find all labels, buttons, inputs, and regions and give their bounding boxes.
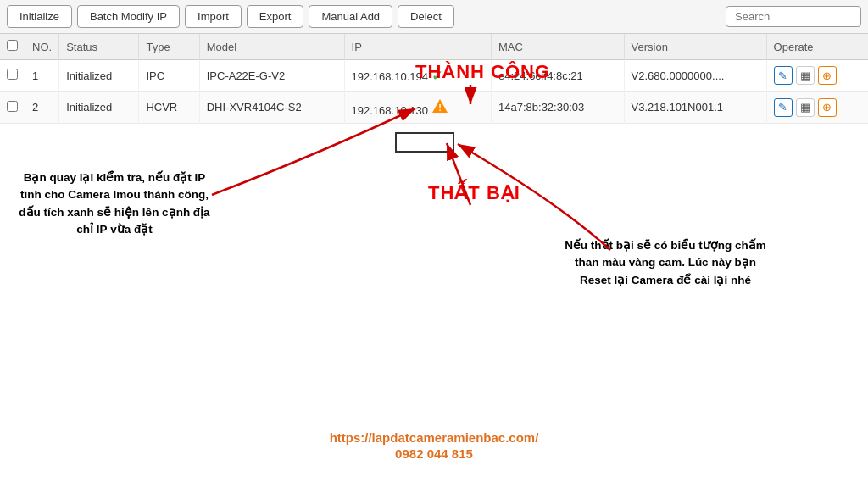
col-ip: IP [344, 34, 491, 60]
row1-version: V2.680.0000000.... [624, 60, 766, 92]
row1-status: Initialized [59, 60, 139, 92]
right-annotation-text: Nếu thất bại sẽ có biểu tượng chấm than … [559, 237, 771, 289]
table-row: 1 Initialized IPC IPC-A22E-G-V2 192.168.… [0, 60, 868, 92]
delete-button[interactable]: Delect [398, 5, 454, 28]
row2-status: Initialized [59, 92, 139, 124]
col-mac: MAC [492, 34, 625, 60]
info-icon[interactable]: ▦ [796, 66, 815, 85]
row2-mac: 14a7:8b:32:30:03 [492, 92, 625, 124]
svg-text:!: ! [438, 103, 442, 113]
export-button[interactable]: Export [247, 5, 304, 28]
row2-ip: 192.168.10.130 ! [344, 92, 491, 124]
that-bai-label: THẤT BẠI [428, 182, 520, 204]
initialize-button[interactable]: Initialize [7, 5, 72, 28]
footer-link: https://lapdatcameramienbac.com/ [0, 430, 868, 445]
info-icon[interactable]: ▦ [796, 98, 815, 117]
col-model: Model [199, 34, 344, 60]
batch-modify-ip-button[interactable]: Batch Modify IP [77, 5, 180, 28]
select-all-checkbox[interactable] [7, 40, 18, 51]
row2-no: 2 [25, 92, 59, 124]
row1-mac: e4:24:6c:f4:8c:21 [492, 60, 625, 92]
footer: https://lapdatcameramienbac.com/ 0982 04… [0, 430, 868, 461]
settings-icon[interactable]: ⊕ [818, 66, 837, 85]
row2-checkbox[interactable] [7, 101, 18, 112]
import-button[interactable]: Import [185, 5, 242, 28]
settings-icon[interactable]: ⊕ [818, 98, 837, 117]
edit-icon[interactable]: ✎ [774, 66, 793, 85]
col-type: Type [139, 34, 199, 60]
footer-phone: 0982 044 815 [0, 446, 868, 461]
row1-no: 1 [25, 60, 59, 92]
row2-operate: ✎ ▦ ⊕ [766, 92, 868, 124]
search-input[interactable] [726, 6, 861, 27]
left-annotation-text: Bạn quay lại kiểm tra, nếu đặt IP tĩnh c… [13, 169, 216, 238]
row1-type: IPC [139, 60, 199, 92]
manual-add-button[interactable]: Manual Add [309, 5, 392, 28]
svg-line-4 [447, 143, 470, 205]
device-table: NO. Status Type Model IP MAC Version Ope… [0, 34, 868, 124]
warn-wrapper: ! [431, 97, 448, 114]
row2-type: HCVR [139, 92, 199, 124]
edit-icon[interactable]: ✎ [774, 98, 793, 117]
col-operate: Operate [766, 34, 868, 60]
row2-model: DHI-XVR4104C-S2 [199, 92, 344, 124]
row1-operate: ✎ ▦ ⊕ [766, 60, 868, 92]
row1-model: IPC-A22E-G-V2 [199, 60, 344, 92]
row1-checkbox[interactable] [7, 69, 18, 80]
check-icon: ✓ [431, 69, 442, 83]
table-row: 2 Initialized HCVR DHI-XVR4104C-S2 192.1… [0, 92, 868, 124]
row1-checkbox-cell [0, 60, 25, 92]
row2-version: V3.218.101N001.1 [624, 92, 766, 124]
col-no: NO. [25, 34, 59, 60]
highlight-box-ip [395, 132, 454, 152]
toolbar: Initialize Batch Modify IP Import Export… [0, 0, 868, 34]
row2-checkbox-cell [0, 92, 25, 124]
col-status: Status [59, 34, 139, 60]
col-checkbox [0, 34, 25, 60]
row1-ip: 192.168.10.194 ✓ [344, 60, 491, 92]
warning-icon: ! [431, 97, 448, 114]
col-version: Version [624, 34, 766, 60]
